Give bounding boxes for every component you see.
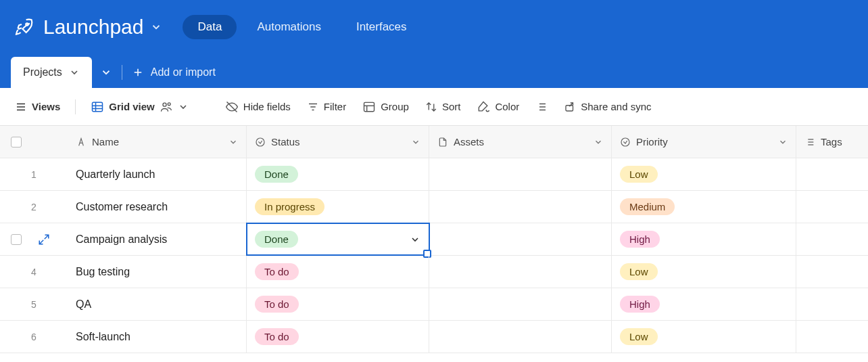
cell-status[interactable]: In progress — [247, 191, 429, 223]
row-gutter: 5 — [0, 288, 68, 320]
cell-name[interactable]: QA — [68, 288, 247, 320]
cell-status[interactable]: Done — [247, 158, 429, 190]
cell-tags[interactable] — [796, 288, 868, 320]
nav-automations[interactable]: Automations — [242, 15, 336, 39]
svg-line-36 — [45, 235, 49, 239]
table-tab-projects[interactable]: Projects — [11, 57, 92, 88]
cell-priority[interactable]: High — [612, 223, 796, 255]
sort-button[interactable]: Sort — [420, 97, 466, 117]
column-header-tags[interactable]: Tags — [796, 126, 868, 158]
cell-priority[interactable]: High — [612, 288, 796, 320]
row-height-button[interactable] — [530, 97, 553, 117]
column-header-priority-label: Priority — [636, 136, 668, 148]
column-header-priority[interactable]: Priority — [612, 126, 796, 158]
attachment-icon — [437, 137, 448, 148]
cell-tags[interactable] — [796, 321, 868, 353]
divider — [75, 99, 76, 114]
tabstrip: Projects Add or import — [0, 54, 868, 88]
status-pill: To do — [255, 328, 299, 345]
record-name: Campaign analysis — [76, 233, 167, 246]
cell-name[interactable]: Soft-launch — [68, 321, 247, 353]
base-title[interactable]: Launchpad — [43, 16, 143, 39]
chevron-down-icon[interactable] — [410, 234, 420, 245]
row-gutter: 6 — [0, 321, 68, 353]
cell-name[interactable]: Customer research — [68, 191, 247, 223]
svg-rect-6 — [93, 102, 103, 111]
group-button[interactable]: Group — [357, 96, 414, 118]
row-number: 4 — [8, 267, 59, 277]
priority-pill: Medium — [620, 198, 675, 215]
priority-pill: Low — [620, 263, 658, 280]
cell-tags[interactable] — [796, 191, 868, 223]
priority-pill: Low — [620, 166, 658, 183]
people-icon — [160, 100, 173, 114]
table-row[interactable]: 5QATo doHigh — [0, 288, 868, 321]
expand-record-icon[interactable] — [38, 233, 50, 246]
table-row[interactable]: 1Quarterly launchDoneLow — [0, 158, 868, 191]
table-row[interactable]: 6Soft-launchTo doLow — [0, 321, 868, 353]
cell-assets[interactable] — [429, 158, 612, 190]
chevron-down-icon[interactable] — [69, 67, 80, 78]
share-sync-button[interactable]: Share and sync — [558, 97, 656, 117]
chevron-down-icon[interactable] — [778, 137, 788, 147]
cell-status[interactable]: To do — [247, 321, 429, 353]
column-header-row: Name Status Assets — [0, 126, 868, 158]
cell-assets[interactable] — [429, 288, 612, 320]
rocket-icon — [14, 16, 35, 38]
svg-point-29 — [621, 138, 629, 146]
filter-button[interactable]: Filter — [302, 97, 352, 117]
cell-status[interactable]: To do — [247, 288, 429, 320]
chevron-down-icon[interactable] — [411, 137, 420, 147]
table-row[interactable]: Campaign analysisDoneHigh — [0, 223, 868, 256]
select-all-checkbox[interactable] — [11, 137, 22, 148]
cell-status[interactable]: To do — [247, 256, 429, 288]
cell-tags[interactable] — [796, 158, 868, 190]
hide-fields-label: Hide fields — [243, 101, 291, 112]
cell-priority[interactable]: Low — [612, 321, 796, 353]
chevron-down-icon[interactable] — [594, 137, 603, 147]
priority-pill: High — [620, 296, 660, 313]
cell-assets[interactable] — [429, 191, 612, 223]
column-header-assets[interactable]: Assets — [429, 126, 612, 158]
column-header-status[interactable]: Status — [247, 126, 429, 158]
column-header-assets-label: Assets — [454, 136, 484, 148]
cell-tags[interactable] — [796, 256, 868, 288]
cell-name[interactable]: Bug testing — [68, 256, 247, 288]
cell-tags[interactable] — [796, 223, 868, 255]
status-pill: Done — [255, 231, 298, 248]
row-checkbox[interactable] — [11, 234, 22, 245]
row-gutter: 4 — [0, 256, 68, 288]
cell-priority[interactable]: Medium — [612, 191, 796, 223]
nav-data[interactable]: Data — [183, 15, 237, 39]
chevron-down-icon[interactable] — [228, 137, 238, 147]
svg-line-37 — [39, 240, 43, 244]
cell-status[interactable]: Done — [247, 223, 429, 255]
color-button[interactable]: Color — [471, 96, 525, 118]
cell-name[interactable]: Quarterly launch — [68, 158, 247, 190]
share-sync-label: Share and sync — [581, 101, 651, 112]
cell-assets[interactable] — [429, 256, 612, 288]
cell-priority[interactable]: Low — [612, 256, 796, 288]
cell-name[interactable]: Campaign analysis — [68, 223, 247, 255]
table-row[interactable]: 4Bug testingTo doLow — [0, 256, 868, 288]
status-pill: Done — [255, 166, 298, 183]
chevron-down-icon[interactable] — [178, 101, 189, 112]
filter-label: Filter — [324, 101, 346, 112]
nav-interfaces[interactable]: Interfaces — [341, 15, 422, 39]
table-row[interactable]: 2Customer researchIn progressMedium — [0, 191, 868, 223]
cell-assets[interactable] — [429, 223, 612, 255]
add-or-import-button[interactable]: Add or import — [132, 66, 216, 78]
column-header-name[interactable]: Name — [68, 126, 247, 158]
base-menu-chevron-icon[interactable] — [150, 21, 162, 33]
views-button[interactable]: Views — [9, 97, 66, 117]
cell-assets[interactable] — [429, 321, 612, 353]
grid-view-button[interactable]: Grid view — [85, 96, 194, 118]
group-label: Group — [381, 101, 409, 112]
tab-history-chevron-icon[interactable] — [100, 66, 112, 78]
status-pill: To do — [255, 263, 299, 280]
svg-point-10 — [163, 103, 166, 106]
cell-priority[interactable]: Low — [612, 158, 796, 190]
priority-pill: High — [620, 231, 660, 248]
multi-select-icon — [804, 137, 815, 148]
hide-fields-button[interactable]: Hide fields — [220, 96, 296, 118]
